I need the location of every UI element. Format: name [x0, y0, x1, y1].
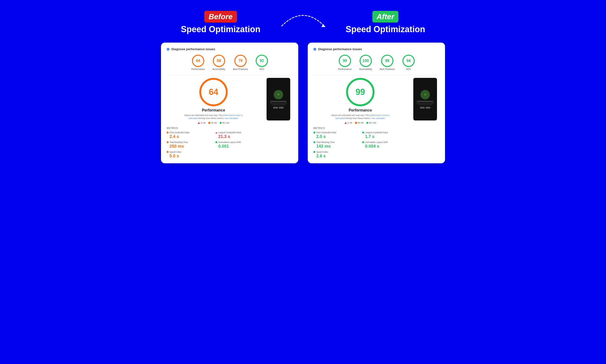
score-value-accessibility: 88 — [217, 59, 221, 63]
metric-cls-value: 0.001 — [218, 144, 260, 149]
after-big-circle-container: 99 Performance Values are estimated and … — [313, 78, 407, 124]
header-section: Before Speed Optimization After Speed Op… — [149, 10, 457, 36]
after-metric-si-name: Speed Index — [316, 151, 328, 153]
after-subtitle: Speed Optimization — [346, 24, 425, 34]
after-metric-tbt-value: 142 ms — [316, 144, 358, 149]
metric-lcp-value: 21.3 s — [218, 134, 260, 139]
after-score-circle-accessibility: 100 — [360, 55, 372, 67]
after-score-value-accessibility: 100 — [362, 59, 369, 63]
after-score-circle-performance: 99 — [339, 55, 351, 67]
before-subtitle: Speed Optimization — [181, 24, 260, 34]
before-phone-logo: 🌿 — [274, 90, 283, 99]
after-panel-dot-icon — [313, 48, 316, 51]
metric-tbt-value: 250 ms — [170, 144, 212, 149]
before-panel-header: Diagnose performance issues — [167, 47, 293, 51]
after-metric-lcp-name: Largest Contentful Paint — [365, 131, 388, 134]
after-score-item-accessibility: 100 Accessibility — [359, 55, 372, 71]
after-panel-title: Diagnose performance issues — [318, 47, 362, 51]
after-phone-section: 🌿 — [411, 78, 439, 120]
panel-dot-icon — [167, 48, 170, 51]
score-item-seo: 92 SEO — [256, 55, 268, 71]
score-label-seo: SEO — [259, 68, 264, 71]
after-metric-lcp-value: 1.7 s — [365, 134, 407, 139]
before-phone-mockup: 🌿 — [266, 78, 290, 120]
after-metric-si: Speed Index 2.6 s — [313, 151, 358, 158]
before-big-circle-container: 64 Performance Values are estimated and … — [167, 78, 260, 124]
after-legend-item-90-100: 90–100 — [367, 122, 376, 124]
after-phone-logo: 🌿 — [421, 90, 430, 99]
after-metrics-title: METRICS — [313, 127, 407, 130]
legend-item-0-49: 0–49 — [198, 122, 205, 124]
after-score-item-best-practices: 98 Best Practices — [380, 55, 395, 71]
score-label-best-practices: Best Practices — [233, 68, 248, 71]
after-metric-tbt-name-row: Total Blocking Time — [313, 141, 358, 143]
metric-tbt: Total Blocking Time 250 ms — [167, 141, 212, 149]
metric-si-name-row: Speed Index — [167, 151, 212, 153]
metric-lcp-name: Largest Contentful Paint — [218, 131, 241, 134]
after-legend: 0–49 50–89 90–100 — [344, 122, 376, 124]
after-metric-fcp-dot — [313, 131, 315, 133]
before-big-label: Performance — [202, 108, 225, 112]
before-big-score-value: 64 — [209, 87, 218, 97]
metric-si-value: 5.0 s — [170, 154, 212, 158]
before-header-block: Before Speed Optimization — [181, 11, 260, 34]
score-label-performance: Performance — [191, 68, 205, 71]
after-score-item-seo: 94 SEO — [402, 55, 415, 71]
metric-si: Speed Index 5.0 s — [167, 151, 212, 158]
after-left-section: 99 Performance Values are estimated and … — [313, 78, 407, 158]
after-metric-lcp-name-row: Largest Contentful Paint — [362, 131, 407, 134]
after-metric-tbt-dot — [313, 141, 315, 143]
metric-lcp-name-row: Largest Contentful Paint — [215, 131, 260, 134]
after-metrics-grid: First Contentful Paint 2.0 s Largest Con… — [313, 131, 407, 158]
after-metric-cls-dot — [362, 141, 364, 143]
after-divider — [313, 75, 439, 76]
before-calc-link2[interactable]: See calculator. — [225, 117, 239, 119]
after-panel: Diagnose performance issues 99 Performan… — [308, 43, 445, 163]
legend-item-90-100: 90–100 — [220, 122, 229, 124]
metric-fcp-name-row: First Contentful Paint — [167, 131, 212, 134]
legend-dot-90-100 — [220, 122, 222, 124]
before-main-content: 64 Performance Values are estimated and … — [167, 78, 293, 158]
after-legend-item-0-49: 0–49 — [344, 122, 352, 124]
after-score-label-seo: SEO — [406, 68, 411, 71]
before-panel: Diagnose performance issues 64 Performan… — [161, 43, 298, 163]
metric-cls-name-row: Cumulative Layout Shift — [215, 141, 260, 143]
legend-range-0-49: 0–49 — [201, 122, 205, 124]
after-calc-link2[interactable]: See calculator. — [371, 117, 385, 119]
after-metric-fcp-name-row: First Contentful Paint — [313, 131, 358, 134]
divider — [167, 75, 293, 76]
after-metric-fcp-value: 2.0 s — [316, 134, 358, 139]
after-metric-lcp: Largest Contentful Paint 1.7 s — [362, 131, 407, 139]
before-left-section: 64 Performance Values are estimated and … — [167, 78, 260, 158]
after-legend-range-50-89: 50–89 — [358, 122, 364, 124]
after-metric-cls-name-row: Cumulative Layout Shift — [362, 141, 407, 143]
after-main-content: 99 Performance Values are estimated and … — [313, 78, 439, 158]
after-scores-row: 99 Performance 100 Accessibility 98 Best… — [313, 55, 439, 71]
after-metric-tbt-name: Total Blocking Time — [316, 141, 335, 143]
after-score-value-seo: 94 — [407, 59, 411, 63]
metric-fcp-name: First Contentful Paint — [170, 131, 189, 134]
before-legend: 0–49 50–89 90–100 — [198, 122, 229, 124]
after-big-score-value: 99 — [356, 87, 365, 97]
metric-lcp: Largest Contentful Paint 21.3 s — [215, 131, 260, 139]
metric-fcp: First Contentful Paint 2.4 s — [167, 131, 212, 139]
score-item-best-practices: 79 Best Practices — [233, 55, 248, 71]
metric-cls-dot — [215, 141, 217, 143]
before-panel-title: Diagnose performance issues — [171, 47, 215, 51]
metric-si-name: Speed Index — [170, 151, 182, 153]
score-item-performance: 64 Performance — [191, 55, 205, 71]
after-metric-cls-value: 0.004 s — [365, 144, 407, 149]
metric-tbt-name-row: Total Blocking Time — [167, 141, 212, 143]
metric-lcp-triangle-icon — [215, 132, 217, 133]
legend-triangle-icon — [198, 122, 200, 124]
before-metrics-title: METRICS — [167, 127, 260, 130]
score-value-performance: 64 — [196, 59, 200, 63]
metric-si-dot — [167, 151, 169, 153]
metric-fcp-value: 2.4 s — [170, 134, 212, 139]
after-legend-range-0-49: 0–49 — [347, 122, 352, 124]
legend-dot-50-89 — [208, 122, 210, 124]
after-metric-fcp-name: First Contentful Paint — [316, 131, 336, 134]
before-phone-text — [268, 101, 288, 109]
score-item-accessibility: 88 Accessibility — [212, 55, 225, 71]
metric-tbt-dot — [167, 141, 169, 143]
